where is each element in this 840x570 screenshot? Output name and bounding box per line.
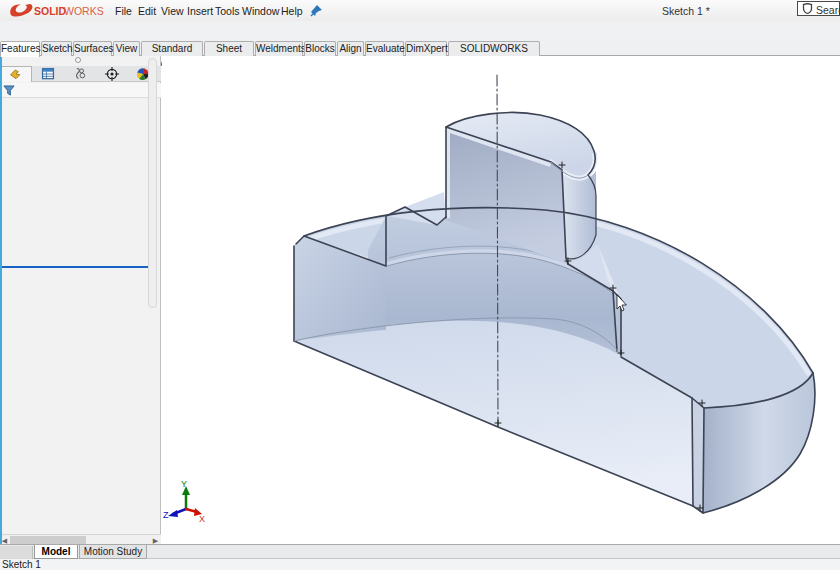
svg-text:Y: Y <box>181 479 187 489</box>
svg-text:SOLID: SOLID <box>34 5 67 17</box>
svg-text:X: X <box>199 514 205 524</box>
svg-text:WORKS: WORKS <box>64 5 104 17</box>
svg-text:Z: Z <box>163 510 169 520</box>
